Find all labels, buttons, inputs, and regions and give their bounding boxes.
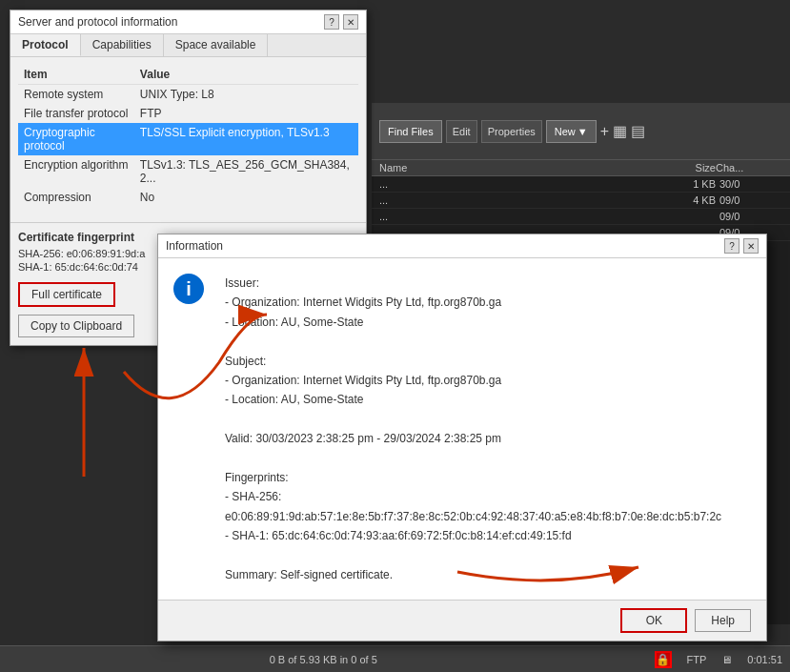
- col-changed-header: Cha...: [716, 162, 782, 173]
- table-row: Encryption algorithm TLSv1.3: TLS_AES_25…: [18, 155, 358, 188]
- subject-label: Subject:: [225, 352, 747, 371]
- info-titlebar-buttons: ? ✕: [724, 238, 759, 254]
- valid-label: Valid: 30/03/2023 2:38:25 pm - 29/03/202…: [225, 429, 747, 448]
- info-dialog-content: i Issuer: - Organization: Internet Widgi…: [158, 258, 766, 600]
- info-close-button[interactable]: ✕: [743, 238, 759, 254]
- properties-button[interactable]: Properties: [481, 120, 542, 143]
- info-dialog-titlebar: Information ? ✕: [158, 234, 766, 258]
- col-size-header: Size: [658, 162, 716, 173]
- issuer-label: Issuer:: [225, 274, 747, 293]
- toolbar: Find Files Edit Properties New ▼ + ▦ ▤: [372, 103, 790, 160]
- copy-clipboard-button[interactable]: Copy to Clipboard: [18, 315, 134, 337]
- new-button[interactable]: New ▼: [546, 120, 597, 143]
- transfer-info: 0 B of 5.93 KB in 0 of 5: [8, 654, 639, 665]
- info-icon: i: [173, 274, 204, 304]
- info-dialog: Information ? ✕ i Issuer: - Organization…: [157, 234, 767, 641]
- info-dialog-title: Information: [166, 239, 223, 253]
- table-row-highlighted: Cryptographic protocol TLS/SSL Explicit …: [18, 123, 358, 155]
- server-dialog-content: Item Value Remote system UNIX Type: L8 F…: [10, 57, 366, 214]
- help-button[interactable]: Help: [695, 609, 751, 632]
- fingerprints-label: Fingerprints:: [225, 468, 747, 487]
- ok-button[interactable]: OK: [620, 608, 687, 633]
- help-titlebar-button[interactable]: ?: [324, 14, 339, 30]
- close-titlebar-button[interactable]: ✕: [343, 14, 358, 30]
- issuer-org: - Organization: Internet Widgits Pty Ltd…: [225, 293, 747, 312]
- sha1-fp: - SHA-1: 65:dc:64:6c:0d:74:93:aa:6f:69:7…: [225, 526, 747, 545]
- table-row[interactable]: ... 4 KB 09/0: [372, 193, 790, 209]
- find-files-button[interactable]: Find Files: [379, 120, 442, 143]
- col-value-header: Value: [134, 65, 358, 85]
- sha256-fp: - SHA-256: e0:06:89:91:9d:ab:57:1e:8e:5b…: [225, 487, 747, 526]
- subject-loc: - Location: AU, Some-State: [225, 390, 747, 409]
- info-dialog-footer: OK Help: [158, 600, 766, 641]
- table-row[interactable]: ... 09/0: [372, 209, 790, 225]
- tab-capabilities[interactable]: Capabilities: [81, 34, 164, 56]
- issuer-loc: - Location: AU, Some-State: [225, 313, 747, 332]
- tab-protocol[interactable]: Protocol: [10, 34, 81, 56]
- server-dialog-title: Server and protocol information: [18, 15, 177, 29]
- summary-label: Summary: Self-signed certificate.: [225, 565, 747, 584]
- table-row: Remote system UNIX Type: L8: [18, 85, 358, 105]
- info-table: Item Value Remote system UNIX Type: L8 F…: [18, 65, 358, 207]
- file-list-header: Name Size Cha...: [372, 160, 790, 176]
- dialog-tabs: Protocol Capabilities Space available: [10, 34, 366, 57]
- protocol-label: FTP: [687, 654, 707, 665]
- tab-space-available[interactable]: Space available: [164, 34, 269, 56]
- table-row: Compression No: [18, 188, 358, 207]
- time-label: 0:01:51: [747, 654, 782, 665]
- status-bar: 0 B of 5.93 KB in 0 of 5 🔒 FTP 🖥 0:01:51: [0, 645, 790, 672]
- connection-icon: 🖥: [721, 654, 732, 665]
- col-item-header: Item: [18, 65, 134, 85]
- subject-org: - Organization: Internet Widgits Pty Ltd…: [225, 371, 747, 390]
- info-help-button[interactable]: ?: [724, 238, 739, 254]
- table-row[interactable]: ... 1 KB 30/0: [372, 176, 790, 193]
- edit-button[interactable]: Edit: [446, 120, 477, 143]
- server-dialog-titlebar: Server and protocol information ? ✕: [10, 10, 366, 34]
- full-certificate-button[interactable]: Full certificate: [18, 282, 115, 307]
- lock-icon: 🔒: [655, 651, 672, 668]
- titlebar-buttons: ? ✕: [324, 14, 358, 30]
- table-row: File transfer protocol FTP: [18, 104, 358, 123]
- col-name-header: Name: [379, 162, 658, 173]
- info-text: Issuer: - Organization: Internet Widgits…: [225, 274, 747, 584]
